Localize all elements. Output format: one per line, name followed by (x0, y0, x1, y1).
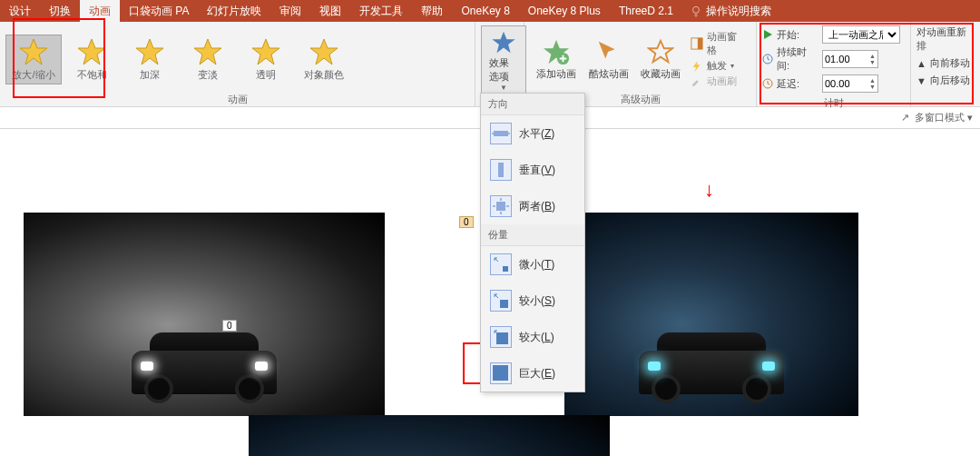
menu-item-水平[interactable]: 水平(Z) (481, 115, 584, 152)
star-icon (193, 37, 222, 66)
play-icon (762, 29, 773, 40)
direction-icon (490, 123, 512, 144)
star-icon (77, 37, 106, 66)
search-placeholder: 操作说明搜索 (706, 4, 771, 19)
tab-slideshow[interactable]: 幻灯片放映 (198, 0, 270, 22)
direction-icon (490, 362, 512, 384)
tab-threed[interactable]: ThreeD 2.1 (610, 0, 682, 22)
pane-icon (691, 37, 703, 50)
svg-rect-18 (503, 266, 508, 272)
direction-icon (490, 253, 512, 275)
animation-pane-button[interactable]: 动画窗格 (691, 30, 747, 57)
animation-order-tag-2[interactable]: 0 (459, 216, 474, 228)
svg-rect-16 (498, 163, 504, 177)
svg-marker-3 (136, 39, 163, 64)
svg-marker-6 (310, 39, 338, 64)
animation-5[interactable]: 对象颜色 (296, 35, 352, 84)
annotation-arrow-icon: ↓ (704, 178, 714, 202)
star-plus-icon (543, 38, 570, 65)
tab-transition[interactable]: 切换 (40, 0, 80, 22)
svg-point-0 (692, 6, 699, 13)
group-label-animation: 动画 (0, 93, 475, 107)
move-later-button[interactable]: ▼向后移动 (916, 74, 975, 87)
direction-icon (490, 326, 512, 348)
direction-icon (490, 290, 512, 312)
star-outline-icon (647, 38, 674, 65)
star-icon (135, 37, 164, 66)
star-icon (489, 30, 518, 55)
svg-marker-10 (649, 40, 672, 61)
direction-icon (490, 159, 512, 181)
tell-me-search[interactable]: 操作说明搜索 (682, 4, 779, 19)
svg-rect-12 (698, 38, 702, 49)
effect-options-menu: 方向 水平(Z)垂直(V)两者(B) 份量 微小(T)较小(S)较大(L)巨大(… (480, 93, 585, 392)
trigger-button[interactable]: 触发▾ (691, 59, 747, 73)
slide-image-color-right[interactable] (564, 213, 858, 416)
svg-rect-17 (496, 202, 505, 211)
menu-section-amount: 份量 (481, 224, 584, 246)
tab-animation[interactable]: 动画 (80, 0, 120, 22)
svg-rect-19 (500, 300, 508, 308)
animation-1[interactable]: 不饱和 (64, 35, 120, 84)
duration-spinner[interactable]: ▲▼ (822, 50, 878, 68)
collect-animation-button[interactable]: 收藏动画 (635, 36, 688, 83)
animation-order-tag[interactable]: 0 (222, 320, 237, 332)
menu-item-巨大[interactable]: 巨大(E) (481, 355, 584, 392)
reorder-title: 对动画重新排 (916, 25, 975, 53)
animation-4[interactable]: 透明 (238, 35, 294, 84)
bulb-icon (690, 5, 702, 17)
animation-painter-button[interactable]: 动画刷 (691, 74, 747, 88)
tab-pocket-anim[interactable]: 口袋动画 PA (120, 0, 198, 22)
add-animation-button[interactable]: 添加动画 (530, 36, 583, 83)
tab-review[interactable]: 审阅 (270, 0, 310, 22)
clock-delay-icon (762, 78, 773, 89)
slide-image-grayscale[interactable] (24, 213, 385, 416)
clock-icon (762, 54, 773, 64)
tab-design[interactable]: 设计 (0, 0, 40, 22)
tab-onekey8[interactable]: OneKey 8 (452, 0, 518, 22)
menu-item-微小[interactable]: 微小(T) (481, 246, 584, 283)
chevron-down-icon: ▼ (500, 84, 507, 92)
menu-item-较大[interactable]: 较大(L) (481, 319, 584, 355)
paintbrush-icon (691, 75, 703, 88)
group-label-timing: 计时 (757, 96, 910, 109)
star-icon (309, 37, 338, 66)
animation-2[interactable]: 加深 (122, 35, 178, 84)
cursor-star-icon (595, 38, 622, 65)
menu-item-较小[interactable]: 较小(S) (481, 283, 584, 319)
delay-spinner[interactable]: ▲▼ (822, 74, 878, 93)
animation-0[interactable]: 放大/缩小 (5, 35, 62, 84)
arrow-down-icon: ▼ (916, 75, 926, 86)
star-icon (251, 37, 280, 66)
lightning-icon (691, 60, 703, 73)
menu-section-direction: 方向 (481, 94, 584, 115)
svg-marker-1 (20, 39, 47, 64)
arrow-up-icon: ▲ (916, 58, 926, 69)
effect-options-button[interactable]: 效果选项 ▼ (481, 25, 526, 96)
svg-marker-4 (194, 39, 221, 64)
svg-marker-5 (252, 39, 279, 64)
animation-3[interactable]: 变淡 (180, 35, 236, 84)
slide-image-color-bottom[interactable] (249, 415, 610, 456)
svg-marker-2 (78, 39, 105, 64)
menu-item-两者[interactable]: 两者(B) (481, 188, 584, 224)
multi-window-button[interactable]: 多窗口模式 ▾ (915, 111, 973, 124)
tab-devtools[interactable]: 开发工具 (350, 0, 412, 22)
expand-icon[interactable]: ↗ (901, 112, 909, 124)
menu-item-垂直[interactable]: 垂直(V) (481, 152, 584, 188)
svg-marker-7 (492, 32, 514, 54)
start-trigger-select[interactable]: 上一动画之后 (822, 25, 900, 44)
tab-onekey8plus[interactable]: OneKey 8 Plus (519, 0, 610, 22)
cool-animation-button[interactable]: 酷炫动画 (583, 36, 635, 83)
svg-rect-15 (494, 131, 508, 136)
tab-help[interactable]: 帮助 (412, 0, 452, 22)
move-earlier-button[interactable]: ▲向前移动 (916, 56, 975, 70)
ribbon-tabs: 设计 切换 动画 口袋动画 PA 幻灯片放映 审阅 视图 开发工具 帮助 One… (0, 0, 980, 22)
direction-icon (490, 195, 512, 217)
tab-view[interactable]: 视图 (310, 0, 350, 22)
star-icon (19, 37, 48, 66)
